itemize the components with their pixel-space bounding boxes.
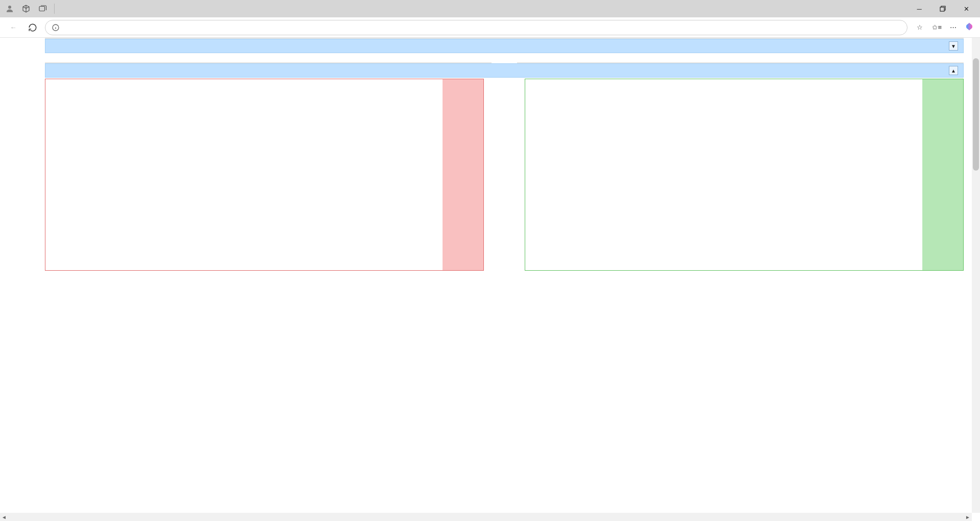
nav-back-button[interactable]: ← xyxy=(6,20,20,35)
browser-addressbar: ← → ☆ ✩≡ ⋯ xyxy=(0,17,980,38)
browser-tabs xyxy=(57,0,908,17)
profile-icon[interactable] xyxy=(5,4,14,13)
window-close-button[interactable]: ✕ xyxy=(954,0,978,17)
svg-rect-2 xyxy=(940,7,944,11)
svg-rect-1 xyxy=(39,7,45,11)
favorite-button[interactable]: ☆ xyxy=(913,20,927,35)
window-minimize-button[interactable]: ─ xyxy=(908,0,931,17)
url-box[interactable] xyxy=(45,20,908,35)
site-info-icon[interactable] xyxy=(52,23,60,32)
tabgroup-icon[interactable] xyxy=(38,4,47,13)
browser-titlebar: ─ ✕ xyxy=(0,0,980,17)
more-icon[interactable]: ⋯ xyxy=(950,23,957,31)
window-maximize-button[interactable] xyxy=(931,0,954,17)
favorites-list-icon[interactable]: ✩≡ xyxy=(932,23,942,31)
nav-refresh-button[interactable] xyxy=(26,20,40,35)
copilot-icon[interactable] xyxy=(965,22,974,33)
titlebar-sep xyxy=(54,4,55,14)
svg-point-0 xyxy=(8,6,11,9)
cube-icon[interactable] xyxy=(21,4,31,13)
